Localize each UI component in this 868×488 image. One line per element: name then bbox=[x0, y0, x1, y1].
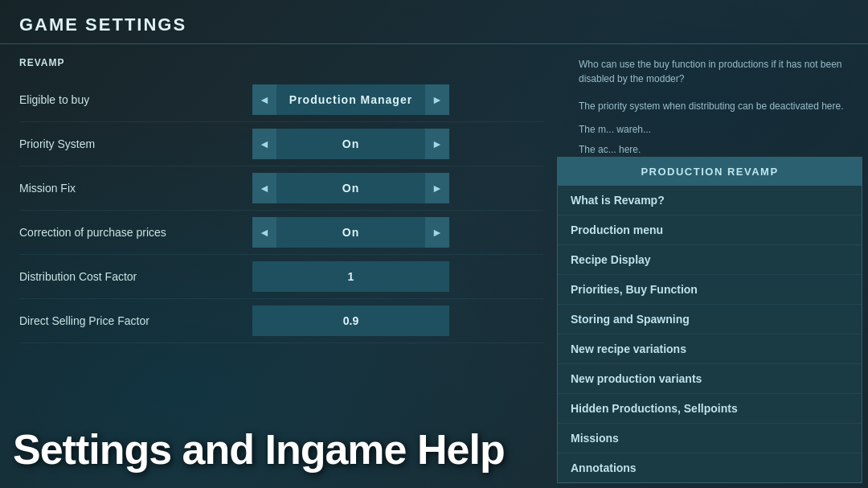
ctrl-value-direct: 0.9 bbox=[252, 306, 449, 336]
left-arrow-icon-3: ◄ bbox=[259, 182, 270, 195]
description-priority: The priority system when distributing ca… bbox=[569, 92, 868, 120]
setting-label-priority: Priority System bbox=[19, 137, 252, 150]
setting-row: Eligible to buy ◄ Production Manager ► bbox=[19, 78, 543, 122]
dropdown-item-storing[interactable]: Storing and Spawning bbox=[558, 305, 862, 334]
ctrl-value-mission: On bbox=[276, 173, 425, 203]
setting-label-eligible: Eligible to buy bbox=[19, 93, 252, 106]
dropdown-item-missions[interactable]: Missions bbox=[558, 424, 862, 453]
dropdown-item-annotations[interactable]: Annotations bbox=[558, 453, 862, 482]
right-arrow-icon-4: ► bbox=[432, 226, 443, 239]
prev-btn-mission[interactable]: ◄ bbox=[252, 173, 276, 203]
setting-control-dist: 1 bbox=[252, 261, 449, 292]
next-btn-mission[interactable]: ► bbox=[425, 173, 449, 203]
setting-control-direct: 0.9 bbox=[252, 306, 449, 336]
header: GAME SETTINGS bbox=[0, 0, 868, 44]
prev-btn-correction[interactable]: ◄ bbox=[252, 217, 276, 248]
dropdown-item-recipe-variations[interactable]: New recipe variations bbox=[558, 334, 862, 364]
description-text-eligible: Who can use the buy function in producti… bbox=[579, 59, 842, 84]
setting-row: Distribution Cost Factor 1 bbox=[19, 255, 543, 299]
setting-control-priority: ◄ On ► bbox=[252, 129, 449, 159]
prev-btn-priority[interactable]: ◄ bbox=[252, 129, 276, 159]
ctrl-value-correction: On bbox=[276, 217, 425, 248]
dropdown-item-hidden-productions[interactable]: Hidden Productions, Sellpoints bbox=[558, 394, 862, 424]
dropdown-item-recipe-display[interactable]: Recipe Display bbox=[558, 245, 862, 275]
dropdown-overlay: PRODUCTION REVAMP What is Revamp? Produc… bbox=[557, 157, 862, 483]
dropdown-item-what-is-revamp[interactable]: What is Revamp? bbox=[558, 186, 862, 215]
setting-row: Priority System ◄ On ► bbox=[19, 122, 543, 166]
dropdown-item-priorities[interactable]: Priorities, Buy Function bbox=[558, 275, 862, 305]
page-title: GAME SETTINGS bbox=[19, 14, 849, 35]
dropdown-item-production-variants[interactable]: New production variants bbox=[558, 364, 862, 394]
left-arrow-icon: ◄ bbox=[259, 93, 270, 106]
dropdown-title: PRODUCTION REVAMP bbox=[558, 158, 862, 186]
bottom-title: Settings and Ingame Help bbox=[13, 425, 505, 474]
setting-label-direct: Direct Selling Price Factor bbox=[19, 314, 252, 327]
setting-row: Direct Selling Price Factor 0.9 bbox=[19, 299, 543, 343]
setting-row: Mission Fix ◄ On ► bbox=[19, 166, 543, 211]
right-arrow-icon-2: ► bbox=[432, 137, 443, 150]
setting-control-eligible: ◄ Production Manager ► bbox=[252, 84, 449, 115]
prev-btn-eligible[interactable]: ◄ bbox=[252, 84, 276, 115]
main-container: GAME SETTINGS REVAMP Eligible to buy ◄ P… bbox=[0, 0, 868, 488]
setting-row: Correction of purchase prices ◄ On ► bbox=[19, 211, 543, 255]
description-eligible: Who can use the buy function in producti… bbox=[569, 51, 868, 92]
setting-label-dist: Distribution Cost Factor bbox=[19, 270, 252, 283]
setting-label-correction: Correction of purchase prices bbox=[19, 226, 252, 239]
ctrl-value-priority: On bbox=[276, 129, 425, 159]
ctrl-value-eligible: Production Manager bbox=[276, 84, 425, 115]
description-text-priority: The priority system when distributing ca… bbox=[579, 100, 844, 112]
description-text-correction: The ac... here. bbox=[579, 144, 641, 155]
description-mission: The m... wareh... bbox=[569, 120, 868, 140]
section-label: REVAMP bbox=[19, 57, 543, 68]
setting-control-mission: ◄ On ► bbox=[252, 173, 449, 203]
right-arrow-icon: ► bbox=[432, 93, 443, 106]
setting-control-correction: ◄ On ► bbox=[252, 217, 449, 248]
next-btn-eligible[interactable]: ► bbox=[425, 84, 449, 115]
ctrl-value-dist: 1 bbox=[252, 261, 449, 292]
right-arrow-icon-3: ► bbox=[432, 182, 443, 195]
left-panel: REVAMP Eligible to buy ◄ Production Mana… bbox=[0, 44, 563, 488]
description-text-mission: The m... wareh... bbox=[579, 124, 651, 135]
next-btn-priority[interactable]: ► bbox=[425, 129, 449, 159]
next-btn-correction[interactable]: ► bbox=[425, 217, 449, 248]
dropdown-item-production-menu[interactable]: Production menu bbox=[558, 215, 862, 245]
setting-label-mission: Mission Fix bbox=[19, 182, 252, 195]
left-arrow-icon-4: ◄ bbox=[259, 226, 270, 239]
left-arrow-icon-2: ◄ bbox=[259, 137, 270, 150]
